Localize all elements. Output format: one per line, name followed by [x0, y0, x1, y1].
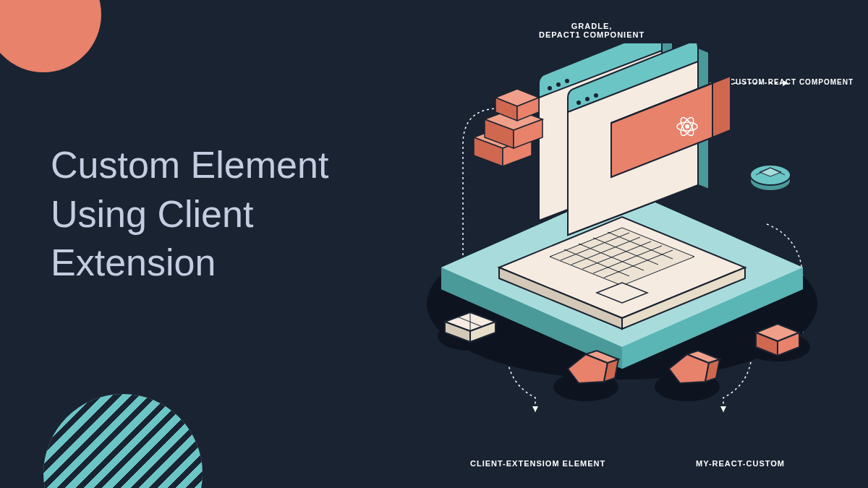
svg-point-16 — [576, 100, 581, 105]
svg-marker-0 — [783, 80, 788, 86]
svg-point-15 — [565, 79, 569, 83]
gem-icon — [750, 165, 791, 191]
svg-point-19 — [685, 124, 689, 129]
decoration-circle-top-left — [0, 0, 101, 72]
label-client-extension-element: CLIENT-EXTENSIOM ELEMENT — [470, 459, 605, 468]
svg-marker-1 — [532, 406, 538, 412]
gradle-boxes-icon — [474, 89, 542, 166]
svg-point-18 — [594, 93, 598, 98]
label-my-react-custom: MY-REACT-CUSTOM — [696, 459, 785, 468]
svg-point-14 — [556, 82, 561, 87]
svg-marker-2 — [720, 406, 726, 412]
label-gradle-component: GRADLE, DEPACT1 COMPONIENT — [539, 22, 644, 39]
isometric-illustration — [398, 43, 832, 441]
page-title: Custom Element Using Client Extension — [51, 141, 376, 288]
decoration-striped-circle-bottom-left — [43, 394, 203, 488]
isometric-diagram: GRADLE, DEPACT1 COMPONIENT CUSTOM REACT … — [362, 0, 868, 488]
svg-point-17 — [585, 97, 590, 101]
svg-point-13 — [548, 86, 552, 90]
